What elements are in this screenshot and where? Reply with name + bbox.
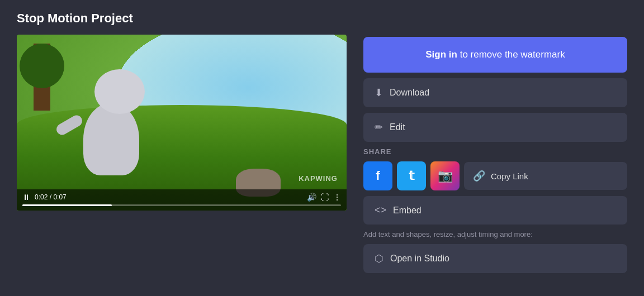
volume-icon[interactable]: 🔊: [307, 193, 316, 202]
instagram-icon: 📷: [438, 169, 453, 183]
video-thumbnail: [17, 35, 347, 211]
add-text-hint: Add text and shapes, resize, adjust timi…: [363, 230, 627, 238]
tree-top: [20, 44, 64, 88]
open-studio-label: Open in Studio: [390, 254, 449, 264]
embed-icon: <>: [375, 204, 386, 216]
fullscreen-icon[interactable]: ⛶: [321, 193, 329, 202]
download-icon: ⬇: [375, 87, 383, 99]
video-section: KAPWING ⏸ 0:02 / 0:07 🔊 ⛶ ⋮: [17, 35, 347, 285]
sign-in-bold: Sign in: [425, 49, 457, 60]
twitter-icon: 𝕥: [409, 169, 414, 183]
edit-icon: ✏: [375, 121, 383, 133]
sign-in-rest: to remove the watermark: [457, 49, 565, 60]
video-player[interactable]: KAPWING ⏸ 0:02 / 0:07 🔊 ⛶ ⋮: [17, 35, 347, 211]
tree-trunk: [34, 44, 50, 111]
instagram-button[interactable]: 📷: [430, 161, 460, 190]
edit-button[interactable]: ✏ Edit: [363, 113, 627, 142]
share-row: f 𝕥 📷 🔗 Copy Link: [363, 161, 627, 190]
copy-link-label: Copy Link: [491, 171, 528, 181]
progress-fill: [22, 204, 112, 206]
link-icon: 🔗: [473, 170, 485, 182]
video-controls: ⏸ 0:02 / 0:07 🔊 ⛶ ⋮: [17, 189, 347, 211]
edit-label: Edit: [390, 122, 405, 132]
embed-button[interactable]: <> Embed: [363, 196, 627, 225]
facebook-icon: f: [376, 169, 380, 183]
embed-label: Embed: [393, 206, 422, 216]
open-studio-icon: ⬡: [375, 252, 383, 265]
open-in-studio-button[interactable]: ⬡ Open in Studio: [363, 244, 627, 273]
share-section: SHARE f 𝕥 📷 🔗 Copy Link: [363, 147, 627, 190]
more-options-icon[interactable]: ⋮: [333, 193, 341, 202]
bear-body: [83, 103, 139, 175]
controls-row: ⏸ 0:02 / 0:07 🔊 ⛶ ⋮: [22, 193, 341, 202]
progress-bar[interactable]: [22, 204, 341, 206]
download-button[interactable]: ⬇ Download: [363, 78, 627, 107]
download-label: Download: [390, 88, 429, 98]
copy-link-button[interactable]: 🔗 Copy Link: [464, 162, 627, 190]
time-display: 0:02 / 0:07: [35, 193, 67, 201]
bear-head: [94, 69, 145, 114]
sign-in-button[interactable]: Sign in to remove the watermark: [363, 37, 627, 73]
page-title: Stop Motion Project: [17, 11, 627, 26]
page-container: Stop Motion Project: [0, 0, 644, 296]
main-content: KAPWING ⏸ 0:02 / 0:07 🔊 ⛶ ⋮: [17, 35, 627, 285]
pause-button[interactable]: ⏸: [22, 193, 30, 202]
twitter-button[interactable]: 𝕥: [397, 161, 426, 190]
facebook-button[interactable]: f: [363, 161, 392, 190]
right-panel: Sign in to remove the watermark ⬇ Downlo…: [363, 35, 627, 285]
watermark: KAPWING: [299, 174, 338, 183]
share-label: SHARE: [363, 147, 627, 156]
scene-animal: [67, 52, 178, 175]
